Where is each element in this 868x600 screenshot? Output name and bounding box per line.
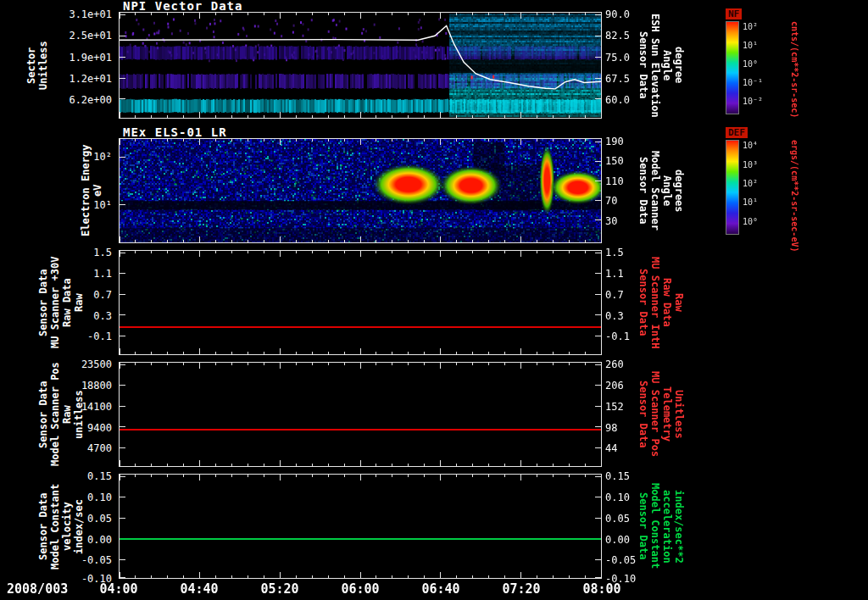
- tick-mark: [488, 240, 489, 242]
- tick-mark: [488, 575, 489, 578]
- tick-mark: [248, 139, 248, 142]
- tick-mark: [344, 352, 345, 354]
- tick-mark: [296, 363, 297, 365]
- tick-mark: [360, 251, 361, 257]
- tick-mark: [167, 13, 168, 15]
- tick-mark: [601, 236, 602, 242]
- tick-mark: [595, 57, 601, 58]
- y-tick-label: 3.1e+01: [0, 8, 112, 20]
- tick-mark: [264, 363, 264, 365]
- tick-mark: [537, 464, 537, 466]
- tick-mark: [537, 363, 537, 365]
- tick-mark: [440, 139, 441, 145]
- tick-mark: [183, 251, 184, 253]
- tick-mark: [120, 98, 125, 99]
- tick-mark: [392, 352, 392, 354]
- tick-mark: [595, 314, 601, 315]
- y-tick-label: 70: [605, 195, 617, 207]
- tick-mark: [440, 112, 441, 118]
- tick-mark: [328, 464, 329, 466]
- tick-mark: [537, 251, 537, 253]
- tick-mark: [120, 14, 125, 15]
- y-tick-label: 98: [605, 422, 617, 434]
- tick-mark: [504, 475, 505, 477]
- tick-mark: [183, 139, 184, 142]
- tick-mark: [264, 575, 264, 578]
- colorbar-tick-label: 10⁴: [743, 142, 758, 150]
- tick-mark: [424, 115, 425, 118]
- tick-mark: [264, 251, 264, 253]
- y-tick-label: 206: [605, 380, 624, 392]
- tick-mark: [392, 475, 392, 477]
- tick-mark: [215, 363, 216, 365]
- y-tick-label: -0.05: [605, 554, 636, 566]
- tick-mark: [595, 36, 601, 36]
- tick-mark: [472, 575, 473, 578]
- tick-mark: [424, 251, 425, 253]
- y-tick-label: 2.5e+01: [0, 30, 112, 42]
- tick-mark: [167, 575, 168, 578]
- tick-mark: [553, 475, 554, 477]
- tick-mark: [520, 348, 521, 354]
- tick-mark: [601, 363, 602, 369]
- tick-mark: [472, 240, 473, 242]
- tick-mark: [595, 385, 601, 386]
- y-tick-label: 0.3: [0, 310, 112, 322]
- tick-mark: [264, 352, 264, 354]
- tick-mark: [344, 251, 345, 253]
- tick-mark: [488, 475, 489, 477]
- tick-mark: [120, 78, 125, 79]
- tick-mark: [504, 13, 505, 15]
- tick-mark: [472, 115, 473, 118]
- tick-mark: [328, 575, 329, 578]
- colorbar-tick-label: 10⁰: [743, 60, 758, 69]
- colorbar-def-unit-label: ergs/(cm**2-sr-sec-eV): [790, 140, 799, 235]
- tick-mark: [264, 115, 264, 118]
- x-axis-date-label: 2008/003: [7, 581, 68, 597]
- tick-mark: [167, 139, 168, 142]
- tick-mark: [569, 115, 570, 118]
- tick-mark: [440, 460, 441, 466]
- tick-mark: [215, 139, 216, 142]
- y-tick-label: 1.1: [0, 268, 112, 280]
- tick-mark: [215, 475, 216, 477]
- tick-mark: [569, 352, 570, 354]
- tick-mark: [424, 13, 425, 15]
- y-tick-label: 10¹: [0, 199, 112, 211]
- tick-mark: [472, 352, 473, 354]
- tick-mark: [408, 251, 409, 253]
- tick-mark: [392, 464, 392, 466]
- figure: NPI Vector Data Sector Unitless 3.1e+012…: [0, 0, 868, 600]
- tick-mark: [199, 363, 200, 369]
- tick-mark: [569, 13, 570, 15]
- y-tick-label: 0.05: [0, 513, 112, 525]
- tick-mark: [424, 352, 425, 354]
- tick-mark: [312, 115, 313, 118]
- plot-area-mu-scanner: [119, 250, 602, 355]
- colorbar-tick-label: 10⁻²: [743, 97, 763, 106]
- mu-scanner-raw-line: [120, 326, 601, 328]
- tick-mark: [408, 13, 409, 15]
- tick-mark: [504, 115, 505, 118]
- tick-mark: [312, 13, 313, 15]
- tick-mark: [360, 348, 361, 354]
- colorbar-nf: NF 10²10¹10⁰10⁻¹10⁻² cnts/(cm**2-sr-sec): [722, 8, 868, 120]
- tick-mark: [553, 464, 554, 466]
- tick-mark: [120, 406, 125, 407]
- y-tick-label: 1.1: [605, 268, 624, 280]
- tick-mark: [120, 559, 125, 560]
- tick-mark: [456, 352, 457, 354]
- tick-mark: [376, 13, 376, 15]
- tick-mark: [456, 251, 457, 253]
- tick-mark: [360, 363, 361, 369]
- y-tick-label: 150: [605, 155, 624, 167]
- tick-mark: [376, 475, 376, 477]
- tick-mark: [585, 464, 586, 466]
- x-tick-label: 06:00: [331, 581, 390, 597]
- tick-mark: [472, 475, 473, 477]
- tick-mark: [120, 475, 120, 481]
- tick-mark: [231, 13, 232, 15]
- tick-mark: [360, 139, 361, 145]
- tick-mark: [392, 363, 392, 365]
- tick-mark: [120, 336, 125, 336]
